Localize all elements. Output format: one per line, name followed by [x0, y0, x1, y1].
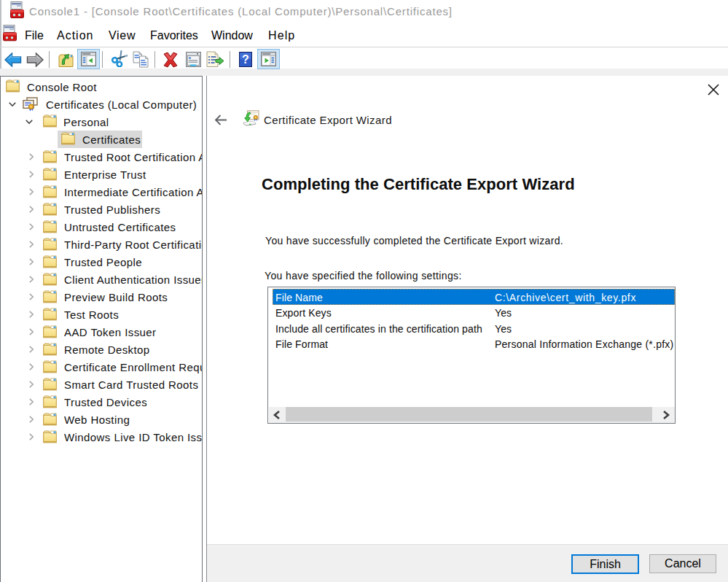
svg-text:?: ?: [242, 53, 249, 66]
